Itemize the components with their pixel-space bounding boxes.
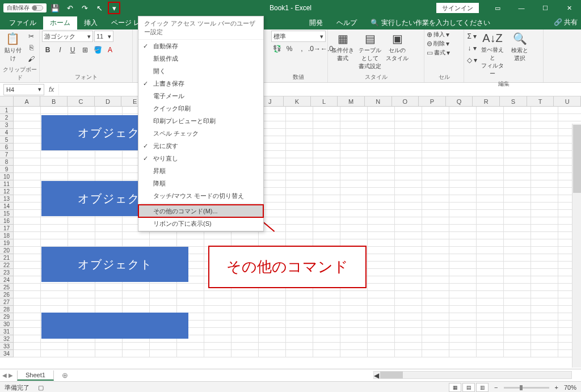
column-header[interactable]: C xyxy=(68,96,95,107)
tab-developer[interactable]: 開発 xyxy=(302,16,330,29)
signin-button[interactable]: サインイン xyxy=(436,3,479,13)
menu-item[interactable]: 開く xyxy=(138,65,263,77)
name-box[interactable]: H4▾ xyxy=(3,84,44,95)
font-name-combo[interactable]: 游ゴシック▾ xyxy=(42,31,93,42)
new-sheet-button[interactable]: ⊕ xyxy=(60,371,71,380)
row-header[interactable]: 24 xyxy=(0,276,14,284)
menu-item[interactable]: スペル チェック xyxy=(138,127,263,140)
row-header[interactable]: 34 xyxy=(0,350,14,357)
autosave-toggle[interactable]: 自動保存 xyxy=(3,3,47,12)
menu-item[interactable]: 降順 xyxy=(138,177,263,189)
menu-item[interactable]: タッチ/マウス モードの切り替え xyxy=(138,189,263,202)
row-header[interactable]: 29 xyxy=(0,313,14,321)
column-header[interactable]: A xyxy=(14,96,41,107)
scrollbar-thumb[interactable] xyxy=(380,372,403,378)
row-header[interactable]: 16 xyxy=(0,217,14,225)
border-button[interactable]: ⊞ xyxy=(79,44,91,56)
row-header[interactable]: 2 xyxy=(0,114,14,121)
fx-icon[interactable]: fx xyxy=(44,86,58,94)
column-header[interactable]: P xyxy=(419,96,446,107)
row-header[interactable]: 8 xyxy=(0,158,14,166)
column-header[interactable]: Q xyxy=(446,96,473,107)
sheet-nav-buttons[interactable]: ◀ ▶ xyxy=(2,372,13,378)
clear-icon[interactable]: ◇ ▾ xyxy=(466,54,478,66)
minimize-button[interactable]: — xyxy=(510,0,533,16)
save-icon[interactable]: 💾 xyxy=(49,2,61,14)
row-header[interactable]: 26 xyxy=(0,291,14,298)
formula-input[interactable] xyxy=(58,84,581,95)
row-header[interactable]: 31 xyxy=(0,328,14,335)
tab-home[interactable]: ホーム xyxy=(43,16,77,29)
increase-decimal-icon[interactable]: .0→ xyxy=(309,43,320,54)
row-header[interactable]: 14 xyxy=(0,203,14,210)
conditional-format-button[interactable]: ▦条件付き 書式 xyxy=(330,31,355,64)
row-header[interactable]: 22 xyxy=(0,262,14,269)
column-header[interactable]: U xyxy=(554,96,581,107)
column-header[interactable]: B xyxy=(40,96,68,107)
shape-object-3[interactable]: オブジェクト xyxy=(41,247,188,282)
page-break-view-button[interactable]: ▥ xyxy=(476,383,489,392)
row-header[interactable]: 13 xyxy=(0,195,14,203)
column-header[interactable]: L xyxy=(311,96,338,107)
select-all-corner[interactable] xyxy=(0,96,14,107)
worksheet-grid[interactable]: ABCDEFGHIJKLMNOPQRSTU 123456789101112131… xyxy=(0,96,581,369)
row-header[interactable]: 28 xyxy=(0,306,14,313)
column-header[interactable]: D xyxy=(95,96,122,107)
zoom-level[interactable]: 70% xyxy=(564,384,576,391)
menu-item[interactable]: 新規作成 xyxy=(138,52,263,65)
sort-filter-button[interactable]: A↓Z並べ替えと フィルター xyxy=(480,31,505,79)
percent-icon[interactable]: % xyxy=(284,43,295,54)
zoom-out-button[interactable]: − xyxy=(494,384,498,391)
row-header[interactable]: 20 xyxy=(0,247,14,254)
undo-icon[interactable]: ↶ xyxy=(64,2,76,14)
row-header[interactable]: 23 xyxy=(0,269,14,276)
customize-qat-button[interactable]: ▾ xyxy=(108,2,120,14)
fill-color-button[interactable]: 🪣 xyxy=(92,44,103,56)
zoom-in-button[interactable]: + xyxy=(555,384,558,391)
menu-item[interactable]: クイック印刷 xyxy=(138,102,263,115)
menu-item[interactable]: 印刷プレビューと印刷 xyxy=(138,115,263,127)
row-header[interactable]: 12 xyxy=(0,188,14,195)
macro-record-icon[interactable]: ▢ xyxy=(38,384,44,391)
find-select-button[interactable]: 🔍検索と 選択 xyxy=(507,31,532,64)
row-header[interactable]: 4 xyxy=(0,129,14,136)
bold-button[interactable]: B xyxy=(42,44,53,56)
autosum-icon[interactable]: Σ ▾ xyxy=(466,31,478,42)
menu-item-show-below-ribbon[interactable]: リボンの下に表示(S) xyxy=(138,217,263,230)
row-header[interactable]: 27 xyxy=(0,298,14,306)
column-header[interactable]: O xyxy=(392,96,419,107)
row-header[interactable]: 15 xyxy=(0,210,14,217)
close-button[interactable]: ✕ xyxy=(557,0,581,16)
row-header[interactable]: 5 xyxy=(0,136,14,144)
row-header[interactable]: 30 xyxy=(0,321,14,328)
share-button[interactable]: 🔗 共有 xyxy=(554,18,578,27)
column-header[interactable]: K xyxy=(284,96,311,107)
tab-file[interactable]: ファイル xyxy=(2,16,43,29)
row-header[interactable]: 7 xyxy=(0,151,14,158)
page-layout-view-button[interactable]: ▤ xyxy=(462,383,475,392)
vertical-scrollbar[interactable] xyxy=(572,124,581,368)
font-color-button[interactable]: A xyxy=(104,44,116,56)
row-header[interactable]: 19 xyxy=(0,239,14,247)
column-header[interactable]: N xyxy=(365,96,392,107)
underline-button[interactable]: U xyxy=(67,44,78,56)
row-header[interactable]: 9 xyxy=(0,166,14,173)
menu-item[interactable]: 元に戻す xyxy=(138,140,263,152)
menu-item[interactable]: 昇順 xyxy=(138,165,263,177)
row-header[interactable]: 17 xyxy=(0,225,14,232)
menu-item[interactable]: やり直し xyxy=(138,152,263,165)
row-header[interactable]: 6 xyxy=(0,144,14,151)
ribbon-options-icon[interactable]: ▭ xyxy=(486,0,510,16)
zoom-slider[interactable] xyxy=(504,387,549,389)
row-header[interactable]: 11 xyxy=(0,180,14,188)
paste-button[interactable]: 📋 貼り付け xyxy=(2,31,23,64)
row-header[interactable]: 3 xyxy=(0,121,14,129)
horizontal-scrollbar[interactable]: ◀ xyxy=(373,371,572,379)
shape-object-4[interactable] xyxy=(41,313,188,339)
format-as-table-button[interactable]: ▤テーブルとして 書式設定 xyxy=(357,31,382,71)
tab-help[interactable]: ヘルプ xyxy=(330,16,364,29)
number-format-combo[interactable]: 標準▾ xyxy=(271,31,326,42)
row-header[interactable]: 10 xyxy=(0,173,14,180)
currency-icon[interactable]: 💱 xyxy=(271,43,283,54)
row-header[interactable]: 21 xyxy=(0,254,14,262)
